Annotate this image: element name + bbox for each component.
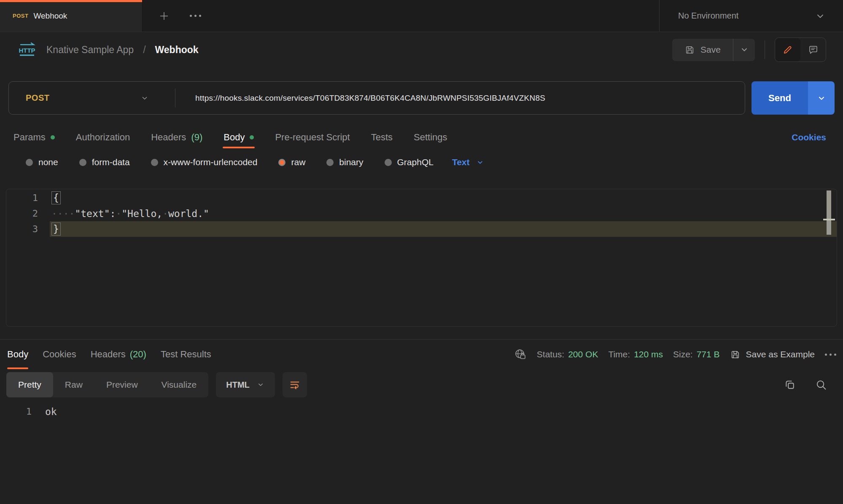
status-value: 200 OK bbox=[568, 349, 598, 359]
breadcrumb-collection[interactable]: Knative Sample App bbox=[46, 44, 134, 56]
request-tab-headers[interactable]: Headers(9) bbox=[151, 126, 202, 148]
save-as-example-button[interactable]: Save as Example bbox=[730, 349, 815, 360]
response-status-bar: Status: 200 OK Time: 120 ms Size: 771 B … bbox=[514, 348, 836, 361]
radio-form-data bbox=[79, 159, 86, 166]
request-tab-settings[interactable]: Settings bbox=[414, 126, 447, 148]
copy-response-button[interactable] bbox=[784, 379, 796, 391]
request-tab-authorization[interactable]: Authorization bbox=[76, 126, 130, 148]
response-header: BodyCookiesHeaders(20)Test Results Statu… bbox=[0, 340, 843, 369]
send-button[interactable]: Send bbox=[751, 81, 808, 115]
edit-documentation-button[interactable] bbox=[775, 38, 800, 62]
response-tab-test-results[interactable]: Test Results bbox=[161, 340, 211, 369]
save-icon bbox=[730, 349, 741, 360]
save-button-label: Save bbox=[700, 45, 721, 55]
send-options-button[interactable] bbox=[808, 81, 835, 115]
body-type-raw[interactable]: raw bbox=[278, 157, 305, 167]
response-tab-body[interactable]: Body bbox=[7, 340, 28, 369]
method-selector[interactable]: POST bbox=[9, 82, 175, 114]
save-as-example-label: Save as Example bbox=[746, 349, 815, 359]
unsaved-changes-dot bbox=[250, 135, 254, 139]
radio-label: binary bbox=[339, 157, 363, 167]
status-pair[interactable]: Status: 200 OK bbox=[537, 349, 598, 359]
save-icon bbox=[684, 45, 695, 55]
response-pane: BodyCookiesHeaders(20)Test Results Statu… bbox=[0, 339, 843, 419]
editor-line: 1{ bbox=[6, 190, 837, 206]
body-type-x-www-form-urlencoded[interactable]: x-www-form-urlencoded bbox=[151, 157, 258, 167]
send-button-group: Send bbox=[751, 81, 835, 115]
tab-options-button[interactable] bbox=[190, 15, 201, 17]
open-request-tab[interactable]: POST Webhook bbox=[0, 0, 143, 32]
body-type-row: noneform-datax-www-form-urlencodedrawbin… bbox=[0, 148, 843, 176]
comments-button[interactable] bbox=[800, 38, 826, 62]
view-raw[interactable]: Raw bbox=[53, 372, 94, 397]
request-tab-body[interactable]: Body bbox=[224, 126, 254, 148]
unsaved-changes-dot bbox=[51, 135, 55, 139]
response-body-actions bbox=[784, 379, 827, 391]
radio-label: none bbox=[38, 157, 58, 167]
line-number: 3 bbox=[6, 224, 50, 234]
request-tab-tests[interactable]: Tests bbox=[371, 126, 393, 148]
tab-label: Tests bbox=[371, 132, 393, 143]
size-pair[interactable]: Size: 771 B bbox=[673, 349, 720, 359]
response-body[interactable]: 1ok bbox=[0, 404, 843, 419]
tab-method-badge: POST bbox=[13, 13, 28, 19]
response-tab-cookies[interactable]: Cookies bbox=[43, 340, 76, 369]
code-token: · bbox=[116, 208, 121, 219]
radio-raw bbox=[278, 159, 285, 166]
response-options-button[interactable] bbox=[825, 354, 836, 356]
response-tab-headers[interactable]: Headers(20) bbox=[91, 340, 146, 369]
new-tab-button[interactable] bbox=[159, 11, 170, 21]
wrap-lines-button[interactable] bbox=[283, 372, 307, 397]
breadcrumb: HTTP Knative Sample App / Webhook bbox=[17, 41, 199, 58]
code-token: · bbox=[162, 208, 168, 219]
time-label: Time: bbox=[608, 349, 630, 359]
url-input[interactable]: https://hooks.slack.com/services/T06TD83… bbox=[175, 94, 545, 103]
body-type-binary[interactable]: binary bbox=[326, 157, 363, 167]
request-tabs-row: ParamsAuthorizationHeaders(9)BodyPre-req… bbox=[0, 126, 843, 148]
environment-selector[interactable]: No Environment bbox=[659, 0, 843, 32]
size-label: Size: bbox=[673, 349, 693, 359]
view-pretty[interactable]: Pretty bbox=[6, 372, 53, 397]
body-type-none[interactable]: none bbox=[26, 157, 58, 167]
response-toolbar: PrettyRawPreviewVisualize HTML bbox=[0, 369, 843, 400]
cookies-link[interactable]: Cookies bbox=[792, 132, 826, 142]
response-format-selector[interactable]: HTML bbox=[216, 372, 275, 397]
request-body-editor[interactable]: 1{2····"text":·"Hello,·world."3} bbox=[6, 189, 837, 327]
tab-label: Pre-request Script bbox=[275, 132, 350, 143]
request-header-row: HTTP Knative Sample App / Webhook Save bbox=[0, 32, 843, 67]
view-preview[interactable]: Preview bbox=[94, 372, 150, 397]
body-type-graphql[interactable]: GraphQL bbox=[385, 157, 434, 167]
tab-label: Params bbox=[13, 132, 46, 143]
save-button[interactable]: Save bbox=[672, 39, 733, 61]
search-icon bbox=[815, 379, 827, 391]
copy-icon bbox=[784, 379, 796, 391]
request-tab-pre-request-script[interactable]: Pre-request Script bbox=[275, 126, 350, 148]
request-tab-params[interactable]: Params bbox=[13, 126, 55, 148]
tab-label: Authorization bbox=[76, 132, 130, 143]
plus-icon bbox=[159, 11, 170, 21]
raw-format-selector[interactable]: Text bbox=[452, 157, 485, 167]
save-button-group: Save bbox=[672, 39, 755, 61]
view-visualize[interactable]: Visualize bbox=[150, 372, 209, 397]
tab-label: Body bbox=[224, 132, 245, 143]
save-options-button[interactable] bbox=[733, 39, 755, 61]
breadcrumb-request-name[interactable]: Webhook bbox=[155, 44, 199, 56]
radio-label: GraphQL bbox=[397, 157, 434, 167]
chevron-down-icon bbox=[476, 158, 485, 167]
size-value: 771 B bbox=[697, 349, 720, 359]
radio-none bbox=[26, 159, 33, 166]
response-format-label: HTML bbox=[226, 380, 250, 390]
time-pair[interactable]: Time: 120 ms bbox=[608, 349, 663, 359]
tab-label: Cookies bbox=[43, 349, 76, 360]
radio-graphql bbox=[385, 159, 392, 166]
comment-icon bbox=[808, 44, 819, 56]
bracket-match: } bbox=[51, 223, 61, 236]
edit-comment-group bbox=[775, 38, 826, 62]
wrap-text-icon bbox=[289, 379, 301, 391]
response-view-switcher: PrettyRawPreviewVisualize bbox=[6, 372, 208, 397]
search-response-button[interactable] bbox=[815, 379, 827, 391]
editor-scrollbar-thumb[interactable] bbox=[827, 190, 831, 221]
body-type-form-data[interactable]: form-data bbox=[79, 157, 130, 167]
editor-line: 3} bbox=[6, 221, 837, 237]
status-label: Status: bbox=[537, 349, 564, 359]
